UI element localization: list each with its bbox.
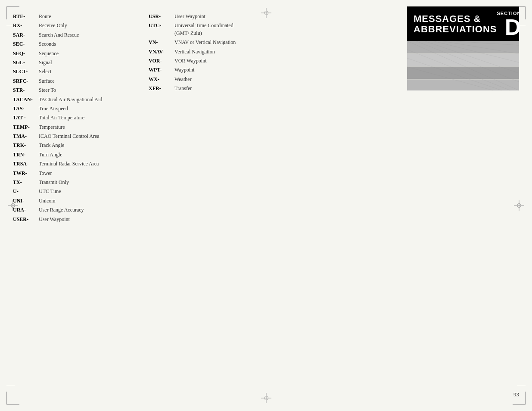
abbrev-key: TACAN- — [13, 96, 39, 103]
abbrev-value: Universal Time Coordinated(GMT/ Zulu) — [174, 22, 233, 37]
abbrev-value: Steer To — [39, 87, 56, 94]
page: MESSAGES & ABBREVIATIONS SECTION D — [0, 0, 532, 411]
abbrev-key: VN- — [149, 39, 174, 46]
abbrev-value: Weather — [174, 76, 192, 83]
list-item: TAT -Total Air Temperature — [13, 114, 131, 121]
abbrev-key: RTE- — [13, 13, 39, 20]
list-item: VNAV-Vertical Navigation — [149, 48, 267, 56]
list-item: TWR-Tower — [13, 170, 131, 177]
abbrev-value: Temperature — [39, 124, 65, 131]
abbrev-value: Select — [39, 68, 51, 75]
list-item: TX-Transmit Only — [13, 179, 131, 186]
list-item: TACAN-TACtical Air Navigational Aid — [13, 96, 131, 103]
list-item: TRN-Turn Angle — [13, 151, 131, 159]
crosshair-right — [514, 200, 524, 211]
abbrev-value: Tower — [39, 170, 52, 177]
side-mark-bottom-left — [6, 385, 15, 385]
list-item: USER-User Waypoint — [13, 216, 131, 223]
section-letter: D — [505, 17, 521, 37]
list-item: TAS-True Airspeed — [13, 105, 131, 112]
svg-rect-4 — [407, 67, 519, 79]
abbrev-key: SAR- — [13, 31, 39, 39]
abbrev-key: TAT - — [13, 114, 39, 121]
abbrev-key: VNAV- — [149, 48, 174, 56]
list-item: RX-Receive Only — [13, 22, 131, 29]
abbrev-key: TRN- — [13, 151, 39, 159]
section-title-line1: MESSAGES & — [414, 14, 497, 24]
abbrev-key: TMA- — [13, 133, 39, 140]
list-item: UNI-Unicom — [13, 197, 131, 205]
abbrev-columns: RTE-RouteRX-Receive OnlySAR-Search And R… — [13, 13, 267, 225]
abbrev-value: TACtical Air Navigational Aid — [39, 96, 102, 103]
list-item: WPT-Waypoint — [149, 66, 267, 74]
list-item: TRK-Track Angle — [13, 142, 131, 149]
list-item: SRFC-Surface — [13, 78, 131, 85]
list-item: SAR-Search And Rescue — [13, 31, 131, 39]
abbrev-value: UTC Time — [39, 188, 61, 195]
abbrev-key: SRFC- — [13, 78, 39, 85]
list-item: WX-Weather — [149, 76, 267, 83]
corner-mark-bl — [6, 392, 19, 405]
abbrev-key: SEC- — [13, 40, 39, 48]
abbrev-key: TAS- — [13, 105, 39, 112]
list-item: VN-VNAV or Vertical Navigation — [149, 39, 267, 46]
list-item: RTE-Route — [13, 13, 131, 20]
abbrev-value: VOR Waypoint — [174, 57, 206, 65]
abbrev-value: Unicom — [39, 197, 56, 205]
left-abbrev-col: RTE-RouteRX-Receive OnlySAR-Search And R… — [13, 13, 131, 225]
svg-rect-2 — [407, 41, 519, 53]
abbrev-value: Vertical Navigation — [174, 48, 215, 56]
list-item: URA-User Range Accuracy — [13, 206, 131, 214]
abbrev-key: TRSA- — [13, 160, 39, 168]
list-item: SLCT-Select — [13, 68, 131, 75]
abbrev-key: UTC- — [149, 22, 174, 29]
abbrev-key: TX- — [13, 179, 39, 186]
list-item: SEC-Seconds — [13, 40, 131, 48]
abbrev-key: URA- — [13, 206, 39, 214]
abbrev-section: RTE-RouteRX-Receive OnlySAR-Search And R… — [13, 13, 267, 225]
list-item: XFR-Transfer — [149, 85, 267, 92]
abbrev-value: Track Angle — [39, 142, 64, 149]
decorative-stripes — [407, 41, 519, 90]
abbrev-value: Seconds — [39, 40, 56, 48]
abbrev-key: RX- — [13, 22, 39, 29]
abbrev-value: Turn Angle — [39, 151, 62, 159]
abbrev-value: Waypoint — [174, 66, 194, 74]
abbrev-key: TWR- — [13, 170, 39, 177]
abbrev-key: STR- — [13, 87, 39, 94]
abbrev-value: Receive Only — [39, 22, 67, 29]
abbrev-value: Transmit Only — [39, 179, 69, 186]
abbrev-value: VNAV or Vertical Navigation — [174, 39, 236, 46]
list-item: USR-User Waypoint — [149, 13, 267, 20]
list-item: TEMP-Temperature — [13, 124, 131, 131]
section-title-line2: ABBREVIATIONS — [414, 24, 497, 34]
list-item: SEQ-Sequence — [13, 50, 131, 57]
abbrev-value: Search And Rescue — [39, 31, 79, 39]
abbrev-value: User Waypoint — [39, 216, 70, 223]
abbrev-key: VOR- — [149, 57, 174, 65]
abbrev-value: Transfer — [174, 85, 192, 92]
crosshair-bottom — [261, 393, 271, 403]
abbrev-key: UNI- — [13, 197, 39, 205]
svg-rect-5 — [407, 80, 519, 90]
abbrev-key: SLCT- — [13, 68, 39, 75]
abbrev-value: Terminal Radar Service Area — [39, 160, 99, 168]
abbrev-value: True Airspeed — [39, 105, 68, 112]
abbrev-key: XFR- — [149, 85, 174, 92]
abbrev-value: User Waypoint — [174, 13, 205, 20]
abbrev-value: Signal — [39, 59, 52, 66]
page-number: 93 — [513, 391, 519, 398]
abbrev-key: USR- — [149, 13, 174, 20]
abbrev-key: U- — [13, 188, 39, 195]
abbrev-value: ICAO Terminal Control Area — [39, 133, 100, 140]
abbrev-key: WPT- — [149, 66, 174, 74]
section-header: MESSAGES & ABBREVIATIONS SECTION D — [407, 6, 519, 43]
list-item: STR-Steer To — [13, 87, 131, 94]
svg-rect-3 — [407, 54, 519, 66]
list-item: TRSA-Terminal Radar Service Area — [13, 160, 131, 168]
abbrev-value: Surface — [39, 78, 55, 85]
list-item: VOR-VOR Waypoint — [149, 57, 267, 65]
list-item: UTC-Universal Time Coordinated(GMT/ Zulu… — [149, 22, 267, 37]
abbrev-value: Sequence — [39, 50, 59, 57]
list-item: SGL-Signal — [13, 59, 131, 66]
